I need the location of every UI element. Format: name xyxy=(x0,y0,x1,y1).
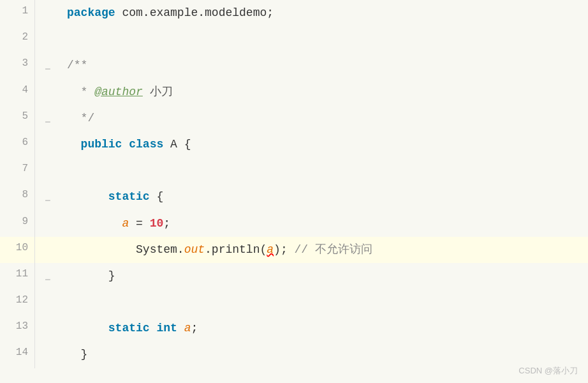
gutter-8[interactable]: ⎯ xyxy=(35,184,61,210)
fold-icon-11[interactable]: ⎯ xyxy=(45,271,50,281)
code-content-1: package com.example.modeldemo; xyxy=(61,0,588,26)
code-line-2: 2 xyxy=(0,26,588,52)
gutter-11[interactable]: ⎯ xyxy=(35,263,61,289)
fold-icon-8[interactable]: ⎯ xyxy=(45,192,50,202)
code-content-10: System.out.println(a); // 不允许访问 xyxy=(61,237,588,263)
code-line-14: 14 } xyxy=(0,342,588,368)
code-line-3: 3 ⎯ /** xyxy=(0,52,588,79)
line-number-14: 14 xyxy=(0,342,35,368)
gutter-9 xyxy=(35,211,61,237)
line-number-5: 5 xyxy=(0,105,35,131)
line-number-10: 10 xyxy=(0,237,35,263)
code-content-7 xyxy=(61,158,588,184)
line-number-12: 12 xyxy=(0,289,35,315)
code-content-4: * @author 小刀 xyxy=(61,79,588,105)
code-content-12 xyxy=(61,289,588,315)
gutter-7 xyxy=(35,158,61,184)
code-content-8: static { xyxy=(61,184,588,210)
code-content-13: static int a; xyxy=(61,315,588,342)
gutter-2 xyxy=(35,26,61,52)
watermark: CSDN @落小刀 xyxy=(518,365,578,377)
line-number-7: 7 xyxy=(0,158,35,184)
line-number-4: 4 xyxy=(0,79,35,105)
code-line-5: 5 ⎯ */ xyxy=(0,105,588,131)
fold-icon-3[interactable]: ⎯ xyxy=(45,61,50,70)
line-number-1: 1 xyxy=(0,0,35,26)
line-number-9: 9 xyxy=(0,211,35,237)
gutter-4 xyxy=(35,79,61,105)
code-content-5: */ xyxy=(61,105,588,131)
line-number-11: 11 xyxy=(0,263,35,289)
code-line-4: 4 * @author 小刀 xyxy=(0,79,588,105)
line-number-2: 2 xyxy=(0,26,35,52)
line-number-8: 8 xyxy=(0,184,35,210)
code-editor: 1 package com.example.modeldemo; 2 3 ⎯ /… xyxy=(0,0,588,383)
code-line-11: 11 ⎯ } xyxy=(0,263,588,289)
gutter-6 xyxy=(35,131,61,158)
code-content-11: } xyxy=(61,263,588,289)
code-line-12: 12 xyxy=(0,289,588,315)
gutter-12 xyxy=(35,289,61,315)
code-content-3: /** xyxy=(61,52,588,79)
line-number-6: 6 xyxy=(0,131,35,158)
gutter-5[interactable]: ⎯ xyxy=(35,105,61,131)
code-line-7: 7 xyxy=(0,158,588,184)
code-line-1: 1 package com.example.modeldemo; xyxy=(0,0,588,26)
code-line-6: 6 public class A { xyxy=(0,131,588,158)
code-line-10: 10 System.out.println(a); // 不允许访问 xyxy=(0,237,588,263)
gutter-13 xyxy=(35,315,61,342)
line-number-13: 13 xyxy=(0,315,35,342)
code-line-8: 8 ⎯ static { xyxy=(0,184,588,210)
gutter-10 xyxy=(35,237,61,263)
gutter-3[interactable]: ⎯ xyxy=(35,52,61,79)
gutter-14 xyxy=(35,342,61,368)
line-number-3: 3 xyxy=(0,52,35,79)
code-content-14: } xyxy=(61,342,588,368)
code-line-9: 9 a = 10; xyxy=(0,211,588,237)
code-line-13: 13 static int a; xyxy=(0,315,588,342)
fold-icon-5[interactable]: ⎯ xyxy=(45,114,50,123)
code-content-2 xyxy=(61,26,588,52)
gutter-1 xyxy=(35,0,61,26)
code-content-6: public class A { xyxy=(61,131,588,158)
code-content-9: a = 10; xyxy=(61,211,588,237)
